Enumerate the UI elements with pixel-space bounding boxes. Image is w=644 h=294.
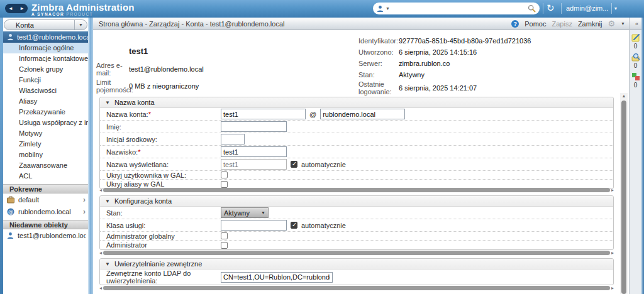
nav-selector-caret-icon[interactable]: ▼: [74, 20, 87, 30]
hide-alias-gal-checkbox[interactable]: [221, 181, 228, 188]
last-name-input[interactable]: [221, 146, 287, 157]
recent-item-account[interactable]: test1@rublondemo.local: [3, 229, 88, 241]
scroll-right-icon[interactable]: ▸: [611, 187, 614, 193]
search-tasks-icon[interactable]: [631, 53, 640, 62]
sidebar-item-zimlety[interactable]: Zimlety: [3, 139, 88, 150]
sidebar-item-czlonek-grupy[interactable]: Członek grupy: [3, 64, 88, 75]
refresh-icon[interactable]: ↻: [547, 3, 555, 14]
hscroll-thumb[interactable]: [103, 286, 610, 290]
sidebar-item-aliasy[interactable]: Aliasy: [3, 96, 88, 107]
state-label: Stan:: [358, 69, 396, 80]
recent-header: Niedawne obiekty: [3, 220, 88, 229]
domain-at-icon: @: [7, 208, 14, 215]
brand-subtitle-a: A SYNACOR: [31, 12, 64, 16]
brand-subtitle-b: PRODUCT: [67, 12, 94, 16]
search-type-caret-icon[interactable]: ▼: [386, 6, 390, 11]
account-summary-right: Identyfikator: 927770a5-851b-45bd-b80a-9…: [358, 35, 623, 95]
sidebar-item-motywy[interactable]: Motywy: [3, 128, 88, 139]
last-name-label: Nazwisko:: [106, 148, 138, 156]
account-name-input[interactable]: [221, 109, 306, 119]
collapse-triangle-icon[interactable]: ▼: [105, 100, 110, 106]
sidebar-item-informacje-ogolne[interactable]: Informacje ogólne: [3, 43, 88, 53]
first-name-input[interactable]: [221, 121, 287, 132]
save-button[interactable]: Zapisz: [552, 20, 572, 28]
auto-label: automatycznie: [301, 161, 346, 168]
hscroll-thumb[interactable]: [103, 188, 610, 192]
breadcrumb[interactable]: Strona główna - Zarządzaj - Konta - test…: [99, 20, 511, 28]
collapse-triangle-icon[interactable]: ▼: [105, 261, 110, 267]
scroll-up-icon[interactable]: ▲: [620, 93, 628, 99]
related-item-domain[interactable]: @ rublondemo.local ›: [3, 205, 88, 217]
account-summary-left: Adres e-mail: test1@rublondemo.local Lim…: [96, 62, 304, 94]
middle-initial-input[interactable]: [221, 134, 245, 144]
scroll-right-icon[interactable]: ▸: [611, 285, 614, 291]
scroll-left-icon[interactable]: ◂: [99, 285, 102, 291]
header-divider: [561, 3, 562, 14]
admin-checkbox[interactable]: [221, 242, 228, 249]
sidebar-item-acl[interactable]: ACL: [3, 171, 88, 182]
created-value: 6 sierpnia, 2025 14:15:16: [399, 46, 623, 58]
required-mark: *: [148, 111, 151, 118]
scroll-right-icon[interactable]: ▸: [611, 250, 614, 256]
help-icon[interactable]: ?: [511, 20, 519, 28]
app-title: Zimbra Administration: [31, 2, 135, 13]
user-menu[interactable]: admin@zim... ▼: [566, 4, 618, 12]
section3-hscrollbar[interactable]: ◂ ▸: [99, 285, 614, 291]
status-dropdown-value: Aktywny: [224, 209, 261, 217]
forward-arrow-icon[interactable]: ▸: [21, 4, 24, 13]
notes-icon[interactable]: [631, 33, 640, 42]
server-value: zimbra.rublon.co: [399, 58, 623, 69]
collapse-panel-icon[interactable]: «: [630, 18, 644, 30]
tree-item-account[interactable]: test1@rublondemo.local: [3, 31, 88, 43]
section-account-config: ▼ Konfiguracja konta Stan: Aktywny ▼ Kla…: [99, 195, 614, 250]
sidebar-item-funkcje[interactable]: Funkcji: [3, 75, 88, 85]
hide-user-gal-checkbox[interactable]: [221, 172, 228, 178]
svg-text:@: @: [8, 209, 13, 214]
sidebar-item-usluga-wspolpracy[interactable]: Usługa współpracy z infor...: [3, 117, 88, 128]
sidebar-item-wlasciwosci[interactable]: Właściwości: [3, 85, 88, 96]
global-admin-checkbox[interactable]: [221, 232, 228, 239]
server-label: Serwer:: [358, 58, 396, 69]
content-vscrollbar[interactable]: ▲: [620, 93, 628, 294]
recent-item-label: test1@rublondemo.local: [18, 232, 86, 239]
cos-auto-checkbox[interactable]: [291, 222, 297, 229]
section2-hscrollbar[interactable]: ◂ ▸: [99, 250, 614, 256]
search-type-person-icon[interactable]: [377, 5, 384, 13]
sidebar-item-informacje-kontaktowe[interactable]: Informacje kontaktowe: [3, 53, 88, 64]
ldap-account-label: Zewnętrzne konto LDAP do uwierzytelnieni…: [106, 270, 221, 285]
nav-section-selector[interactable]: Konta ▼: [4, 19, 87, 30]
display-name-auto-checkbox[interactable]: [291, 161, 297, 168]
cos-briefcase-icon: [7, 196, 14, 204]
ldap-account-input[interactable]: [221, 272, 333, 283]
cos-input[interactable]: [221, 220, 287, 231]
chevron-right-icon[interactable]: ›: [83, 207, 86, 216]
search-icon[interactable]: [528, 4, 536, 13]
chevron-right-icon[interactable]: ›: [83, 195, 86, 204]
close-button[interactable]: Zamknij: [578, 20, 602, 28]
related-item-default[interactable]: default ›: [3, 193, 88, 205]
sidebar-item-zaawansowane[interactable]: Zaawansowane: [3, 160, 88, 171]
sidebar-item-mobilny[interactable]: mobilny: [3, 150, 88, 160]
scroll-left-icon[interactable]: ◂: [99, 250, 102, 256]
search-input[interactable]: [392, 4, 526, 13]
status-squares-icon[interactable]: [631, 72, 640, 81]
status-dropdown[interactable]: Aktywny ▼: [221, 207, 269, 218]
section-header: ▼ Uwierzytelnianie zewnętrzne: [100, 259, 613, 270]
back-arrow-icon[interactable]: ◂: [9, 4, 13, 13]
scroll-left-icon[interactable]: ◂: [99, 187, 102, 193]
sidebar-item-przekazywanie[interactable]: Przekazywanie: [3, 107, 88, 117]
domain-input[interactable]: [320, 109, 405, 119]
hscroll-thumb[interactable]: [103, 251, 610, 255]
vscroll-thumb[interactable]: [621, 101, 626, 294]
collapse-triangle-icon[interactable]: ▼: [105, 199, 110, 204]
quota-label: Limit pojemności:: [96, 79, 126, 94]
display-name-input[interactable]: [221, 159, 287, 170]
gear-icon[interactable]: ⚙: [608, 19, 615, 28]
help-button[interactable]: Pomoc: [525, 20, 546, 28]
section-account-name: ▼ Nazwa konta Nazwa konta:* @ Imię: Inic…: [99, 97, 614, 189]
section1-hscrollbar[interactable]: ◂ ▸: [99, 187, 614, 193]
app-logo: Zimbra Administration A SYNACOR PRODUCT: [31, 2, 135, 16]
user-label: admin@zim...: [566, 4, 608, 12]
toolbar-more-caret-icon[interactable]: ▼: [621, 21, 625, 26]
related-header: Pokrewne: [3, 184, 88, 193]
